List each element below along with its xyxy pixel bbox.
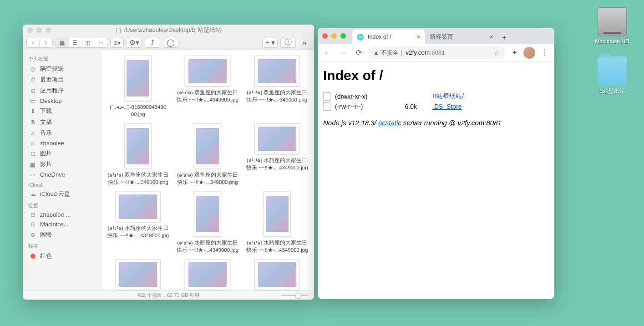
extensions-button[interactable]: ✦	[508, 46, 521, 59]
sidebar-item[interactable]: ⊞应用程序	[23, 85, 101, 96]
file-item[interactable]: (๑¹₃¹๑) 水瓶座的大家生日快乐 ~~!!★-...4349000.jpg	[243, 122, 311, 188]
file-name: (๑¹₃¹๑) 双鱼座的大家生日快乐 ~~!!★-...4349000.jpg	[175, 89, 240, 103]
profile-avatar[interactable]	[523, 47, 535, 59]
sidebar-item-icon: ⊞	[29, 87, 36, 94]
menu-button[interactable]: ⋮	[538, 46, 551, 59]
chrome-minimize-button[interactable]	[331, 33, 337, 39]
bookmark-star-icon[interactable]: ☆	[494, 49, 500, 56]
file-item[interactable]	[173, 257, 242, 290]
file-item[interactable]: (๑¹₃¹๑) 水瓶座的大家生日快乐 ~~!!★-...4349000.jpg	[243, 189, 311, 255]
directory-link[interactable]: B站壁纸站/	[432, 92, 464, 101]
sidebar-item-label: zhaoolee	[40, 140, 64, 147]
forward-button[interactable]: →	[337, 46, 350, 59]
desktop-hd-label: Macintosh HD	[594, 38, 630, 45]
desktop-hd-icon[interactable]: Macintosh HD	[594, 7, 630, 45]
sidebar-item[interactable]: ⊡Macintos...	[23, 219, 101, 229]
icon-view-button[interactable]: ▦	[56, 38, 69, 47]
sidebar-item-label: 隔空投送	[40, 65, 64, 73]
directory-link[interactable]: .DS_Store	[432, 103, 462, 110]
sidebar-item[interactable]: ⏱最近项目	[23, 74, 101, 85]
sidebar-item-label: 最近项目	[40, 76, 64, 84]
chrome-tabstrip: 🌐 Index of / × 新标签页 × +	[318, 28, 554, 44]
file-item[interactable]: (´,,•ω•,,')-015890943490 00.jpg	[104, 54, 172, 120]
sidebar-section-header: 标签	[23, 240, 101, 250]
back-button[interactable]: ‹	[27, 38, 40, 47]
file-item[interactable]: (๑¹₃¹๑) 双鱼座的大家生日快乐 ~~!!★-...349000.png	[243, 54, 311, 120]
sidebar-item[interactable]: ◎隔空投送	[23, 63, 101, 74]
file-item[interactable]: (๑¹₃¹๑) 水瓶座的大家生日快乐 ~~!!★-...4349000.jpg	[104, 189, 172, 255]
sidebar-item-label: Desktop	[40, 97, 62, 104]
sidebar-item[interactable]: ⊟zhaoolee ...	[23, 210, 101, 219]
sidebar-item[interactable]: ▭Desktop	[23, 96, 101, 106]
sidebar-item[interactable]: ▭OneDrive	[23, 170, 101, 179]
back-button[interactable]: ←	[321, 46, 334, 59]
sidebar-item-icon: ⊡	[29, 221, 36, 228]
tab-close-button[interactable]: ×	[417, 33, 421, 41]
finder-close-button[interactable]	[27, 27, 33, 33]
column-view-button[interactable]: ◫	[81, 38, 94, 47]
tags-button[interactable]: ◯	[163, 38, 178, 48]
directory-row: (drwxr-xr-x)B站壁纸站/	[323, 92, 549, 102]
sidebar-item-icon: ⊟	[29, 211, 36, 218]
ecstatic-link[interactable]: ecstatic	[378, 119, 401, 127]
file-item[interactable]	[104, 257, 172, 290]
harddrive-icon	[598, 7, 627, 36]
reload-button[interactable]: ⟳	[352, 46, 365, 59]
list-view-button[interactable]: ☰	[69, 38, 81, 47]
arrange-button[interactable]: ⊞▾	[111, 38, 123, 47]
sidebar-item-label: 网络	[40, 230, 52, 239]
sidebar-item-icon: ⏱	[29, 76, 36, 83]
sidebar-item[interactable]: ▦影片	[23, 159, 101, 170]
address-port: :8081	[430, 49, 445, 56]
sidebar-item[interactable]: ⌂zhaoolee	[23, 138, 101, 148]
file-item[interactable]: (๑¹₃¹๑) 水瓶座的大家生日快乐 ~~!!★-...4349000.jpg	[173, 189, 242, 255]
sidebar-item-label: zhaoolee ...	[40, 211, 71, 218]
sidebar-item[interactable]: ♫音乐	[23, 127, 101, 138]
sidebar-item[interactable]: ⊕网络	[23, 229, 101, 240]
finder-titlebar[interactable]: ▢ /Users/zhaoolee/Desktop/B 站壁纸站	[23, 25, 314, 36]
sidebar-item-icon: ⊡	[29, 150, 36, 157]
tab-newtab[interactable]: 新标签页 ×	[425, 30, 498, 44]
finder-file-grid[interactable]: (´,,•ω•,,')-015890943490 00.jpg(๑¹₃¹๑) 双…	[101, 50, 314, 290]
file-item[interactable]	[243, 257, 311, 290]
new-folder-button[interactable]: + ▾	[262, 38, 278, 48]
file-thumbnail	[194, 191, 221, 237]
finder-sidebar: 个人收藏◎隔空投送⏱最近项目⊞应用程序▭Desktop⬇下载🗎文稿♫音乐⌂zha…	[23, 50, 101, 290]
file-item[interactable]: (๑¹₃¹๑) 双鱼座的大家生日快乐 ~~!!★-...4349000.jpg	[173, 54, 242, 120]
sidebar-item-label: 图片	[40, 149, 52, 158]
info-button[interactable]: ⓘ	[280, 38, 296, 48]
share-button[interactable]: ⤴	[145, 38, 160, 48]
action-button[interactable]: ⚙▾	[127, 38, 142, 48]
sidebar-item[interactable]: 红色	[23, 250, 101, 261]
new-tab-button[interactable]: +	[498, 31, 511, 44]
security-warning[interactable]: ▲ 不安全 |	[373, 49, 402, 57]
sidebar-item-icon: ▦	[29, 161, 36, 168]
sidebar-item[interactable]: ☁iCloud 云盘	[23, 188, 101, 199]
file-thumbnail	[185, 259, 230, 290]
chrome-toolbar: ← → ⟳ ▲ 不安全 | v2fy.com:8081 ☆ ✦ ⋮	[318, 44, 554, 61]
finder-zoom-button[interactable]	[46, 27, 51, 33]
file-thumbnail	[115, 259, 161, 290]
search-button[interactable]: »	[299, 38, 310, 48]
chrome-close-button[interactable]	[322, 33, 328, 39]
sidebar-item[interactable]: ⬇下载	[23, 106, 101, 117]
address-bar[interactable]: ▲ 不安全 | v2fy.com:8081 ☆	[368, 46, 505, 59]
forward-button[interactable]: ›	[40, 38, 52, 47]
sidebar-item[interactable]: 🗎文稿	[23, 117, 101, 127]
desktop-folder-icon[interactable]: B站壁纸站	[594, 56, 630, 95]
tab-title: 新标签页	[430, 33, 453, 41]
file-item[interactable]: (๑¹₃¹๑) 双鱼座的大家生日快乐 ~~!!★-...349000.png	[104, 122, 172, 188]
finder-minimize-button[interactable]	[36, 27, 42, 33]
file-icon	[323, 102, 330, 111]
sidebar-item-label: Macintos...	[40, 221, 69, 228]
footer-prefix: Node.js v12.18.3/	[323, 119, 378, 127]
file-item[interactable]: (๑¹₃¹๑) 双鱼座的大家生日快乐 ~~!!★-...349000.png	[173, 122, 242, 188]
chrome-window: 🌐 Index of / × 新标签页 × + ← → ⟳ ▲ 不安全 | v2…	[318, 28, 554, 299]
tab-close-button[interactable]: ×	[490, 33, 493, 41]
sidebar-item[interactable]: ⊡图片	[23, 148, 101, 159]
chrome-zoom-button[interactable]	[340, 33, 346, 39]
gallery-view-button[interactable]: ▭	[94, 38, 107, 47]
permissions-text: (-rw-r--r--)	[335, 103, 390, 110]
zoom-slider[interactable]	[281, 295, 309, 296]
tab-index-of[interactable]: 🌐 Index of / ×	[352, 30, 425, 44]
